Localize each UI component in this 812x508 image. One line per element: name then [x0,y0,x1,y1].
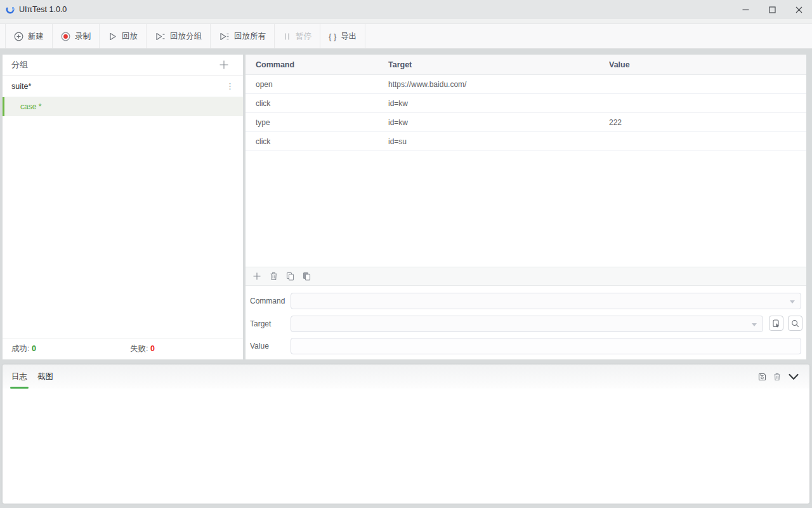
clear-log-icon[interactable] [773,373,781,381]
record-button[interactable]: 录制 [53,24,100,48]
cell-command: click [256,94,270,113]
title-bar: UIπTest 1.0.0 [0,0,812,19]
step-actions-toolbar [246,267,806,286]
titlebar-spacer [0,19,812,23]
delete-step-icon[interactable] [270,272,278,281]
play-all-button-label: 回放所有 [234,31,266,42]
chevron-down-icon [790,300,795,304]
play-icon [108,32,117,41]
main-toolbar: 新建 录制 回放 回放分组 [0,23,812,49]
target-select[interactable] [291,316,763,332]
log-tab-bar: 日志 截图 [3,364,809,389]
save-log-icon[interactable] [758,373,766,381]
table-row[interactable]: type id=kw 222 [246,113,806,132]
table-row[interactable]: click id=kw [246,94,806,113]
play-button[interactable]: 回放 [100,24,147,48]
cell-command: open [256,75,273,94]
tab-screenshot-label: 截图 [37,371,53,382]
steps-panel: Command Target Value open https://www.ba… [246,55,806,359]
copy-step-icon[interactable] [286,272,294,281]
cell-target: id=kw [388,94,408,113]
new-button[interactable]: 新建 [5,24,53,48]
success-status: 成功: 0 [11,344,130,354]
column-header-target: Target [388,55,412,75]
fail-count: 0 [150,344,155,353]
target-field-label: Target [250,316,271,332]
steps-table-header: Command Target Value [246,55,806,75]
play-group-button[interactable]: 回放分组 [147,24,211,48]
play-button-label: 回放 [122,31,138,42]
add-step-icon[interactable] [252,272,261,281]
export-icon: { } [329,32,336,41]
plus-circle-icon [14,32,23,41]
suite-item-label: suite* [11,82,31,91]
play-all-button[interactable]: 回放所有 [211,24,275,48]
close-button[interactable] [785,0,812,19]
pause-button[interactable]: 暂停 [275,24,320,48]
cell-command: click [256,132,270,151]
value-field-label: Value [250,338,269,354]
column-header-value: Value [609,55,630,75]
cell-command: type [256,113,270,132]
kebab-menu-icon[interactable]: ⋮ [226,82,234,90]
tab-log[interactable]: 日志 [11,364,27,389]
chevron-down-icon [752,323,757,326]
tab-log-label: 日志 [11,371,27,382]
run-status-bar: 成功: 0 失败: 0 [3,338,243,359]
cell-target: https://www.baidu.com/ [388,75,466,94]
command-select[interactable] [291,293,801,309]
fail-status: 失败: 0 [130,344,155,354]
pick-element-button[interactable] [769,316,783,331]
play-group-icon [155,32,166,41]
command-field-label: Command [250,293,285,309]
tab-screenshot[interactable]: 截图 [37,364,53,389]
active-tab-underline [10,387,29,389]
play-group-button-label: 回放分组 [170,31,202,42]
new-button-label: 新建 [28,31,44,42]
step-editor: Command Target [246,286,806,359]
collapse-panel-icon[interactable] [788,373,799,381]
log-content [3,389,809,504]
value-input[interactable] [291,338,801,354]
suite-item[interactable]: suite* ⋮ [3,76,243,97]
pick-element-icon [772,319,780,328]
groups-header-label: 分组 [11,59,28,70]
case-item[interactable]: case * [3,97,243,116]
groups-header: 分组 [3,55,243,76]
export-button-label: 导出 [341,31,357,42]
case-item-label: case * [20,102,41,111]
export-button[interactable]: { } 导出 [320,24,365,48]
paste-step-icon[interactable] [303,272,311,281]
cell-target: id=su [388,132,407,151]
groups-panel: 分组 suite* ⋮ case * 成功: 0 失败: 0 [3,55,243,359]
play-all-icon [219,32,230,41]
find-element-button[interactable] [788,316,802,331]
table-row[interactable]: open https://www.baidu.com/ [246,75,806,94]
maximize-button[interactable] [759,0,785,19]
table-row[interactable]: click id=su [246,132,806,151]
search-icon [791,319,799,328]
window-title: UIπTest 1.0.0 [19,5,67,14]
record-icon [61,32,70,41]
fail-label: 失败: [130,344,148,353]
cell-target: id=kw [388,113,408,132]
add-group-icon[interactable] [219,60,229,70]
log-panel: 日志 截图 [3,364,809,504]
column-header-command: Command [256,55,294,75]
pause-icon [283,32,291,41]
record-button-label: 录制 [75,31,91,42]
success-count: 0 [32,344,36,353]
cell-value: 222 [609,113,622,132]
app-logo-icon [6,5,15,14]
pause-button-label: 暂停 [296,31,311,42]
success-label: 成功: [11,344,29,353]
minimize-button[interactable] [732,0,759,19]
